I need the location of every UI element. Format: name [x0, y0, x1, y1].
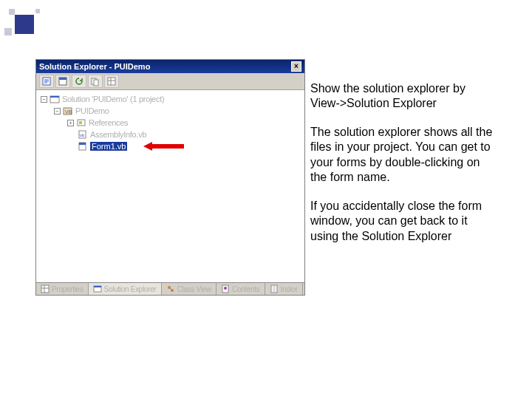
expander-icon[interactable]: − — [54, 108, 61, 115]
instruction-paragraph: The solution explorer shows all the file… — [310, 125, 495, 185]
tree-solution-node[interactable]: − Solution 'PUIDemo' (1 project) — [38, 93, 303, 105]
svg-rect-4 — [94, 80, 98, 86]
contents-icon — [221, 284, 230, 293]
tree-label: AssemblyInfo.vb — [90, 130, 146, 139]
tree-view[interactable]: − Solution 'PUIDemo' (1 project) − VB PU… — [36, 90, 304, 282]
solution-icon — [50, 95, 60, 103]
svg-rect-5 — [108, 78, 115, 85]
references-icon — [76, 118, 86, 127]
tree-references-node[interactable]: + References — [38, 117, 303, 129]
svg-rect-15 — [79, 143, 86, 145]
close-icon[interactable]: × — [291, 61, 301, 72]
show-all-icon[interactable] — [88, 75, 103, 88]
class-view-icon — [166, 284, 175, 293]
tree-label: References — [89, 118, 128, 127]
tab-class-view[interactable]: Class View — [162, 283, 216, 295]
tab-label: Contents — [232, 285, 260, 293]
tab-label: Class View — [177, 285, 211, 293]
solution-explorer-icon — [93, 284, 102, 293]
instruction-text: Show the solution explorer by View->Solu… — [310, 81, 495, 257]
tab-label: Properties — [52, 285, 83, 293]
svg-rect-2 — [59, 78, 66, 80]
tree-label: PUIDemo — [75, 106, 109, 115]
svg-point-22 — [224, 287, 227, 290]
callout-arrow-icon — [143, 142, 184, 151]
svg-rect-11 — [79, 121, 82, 124]
vb-file-icon: vb — [78, 130, 88, 139]
titlebar[interactable]: Solution Explorer - PUIDemo × — [36, 60, 304, 73]
properties-icon — [41, 284, 50, 293]
tree-label-selected: Form1.vb — [90, 142, 127, 151]
properties-icon[interactable] — [104, 75, 119, 88]
tree-label: Solution 'PUIDemo' (1 project) — [62, 95, 164, 103]
svg-rect-7 — [50, 96, 59, 98]
form-file-icon — [78, 142, 88, 151]
instruction-paragraph: If you accidentally close the form windo… — [310, 199, 495, 244]
tab-contents[interactable]: Contents — [216, 283, 265, 295]
index-icon — [270, 284, 279, 293]
svg-rect-18 — [94, 286, 101, 287]
svg-rect-16 — [41, 285, 49, 293]
instruction-paragraph: Show the solution explorer by View->Solu… — [310, 81, 495, 112]
tab-label: Index — [281, 285, 298, 293]
tab-properties[interactable]: Properties — [36, 283, 89, 295]
view-designer-icon[interactable] — [55, 75, 70, 88]
titlebar-text: Solution Explorer - PUIDemo — [39, 62, 291, 71]
tab-index[interactable]: Index — [265, 283, 303, 295]
tab-solution-explorer[interactable]: Solution Explorer — [89, 283, 162, 295]
svg-text:VB: VB — [65, 109, 72, 115]
expander-icon[interactable]: + — [67, 120, 74, 126]
refresh-icon[interactable] — [72, 75, 86, 88]
solution-explorer-panel: Solution Explorer - PUIDemo × − Solution… — [35, 59, 305, 296]
view-code-icon[interactable] — [39, 75, 54, 88]
toolbar — [36, 73, 304, 90]
tab-label: Solution Explorer — [104, 285, 157, 293]
expander-icon[interactable]: − — [41, 96, 47, 103]
svg-text:vb: vb — [80, 133, 85, 137]
vb-project-icon: VB — [63, 106, 73, 115]
tree-project-node[interactable]: − VB PUIDemo — [38, 105, 303, 117]
tree-assemblyinfo-node[interactable]: vb AssemblyInfo.vb — [38, 129, 303, 140]
panel-tabstrip: Properties Solution Explorer Class View … — [36, 282, 304, 295]
